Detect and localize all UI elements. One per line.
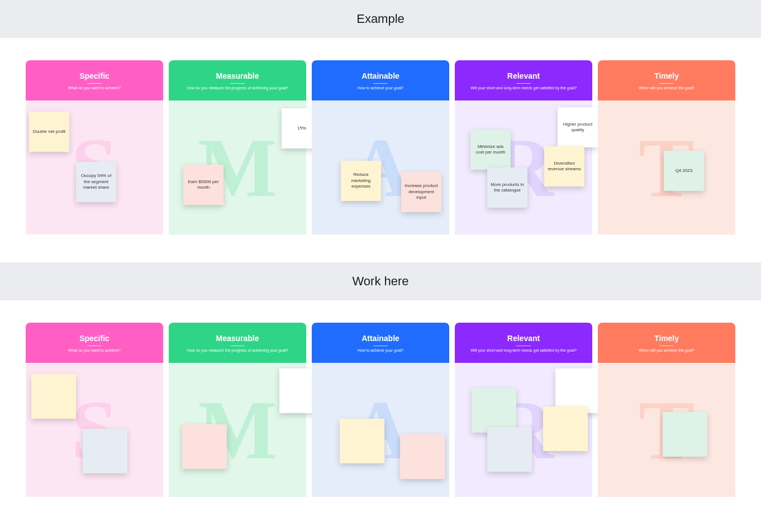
divider [87,346,102,346]
column-attainable: Attainable How to achieve your goal? A R… [312,60,449,234]
divider [373,346,388,346]
sticky-note-empty[interactable] [400,434,445,479]
column-header-relevant: Relevant Will your short and long-term n… [455,323,592,363]
sticky-note[interactable]: Reduce marketing expenses [341,161,381,201]
divider [659,346,674,346]
column-timely: Timely When will you achieve the goal? T… [598,60,735,234]
divider [87,83,102,84]
sticky-note[interactable]: Double net profit [29,112,69,152]
column-subtitle: How to achieve your goal? [358,86,404,90]
column-title: Relevant [507,334,540,343]
column-specific: Specific What do you want to achieve? S … [26,60,163,234]
column-subtitle: What do you want to achieve? [68,86,121,90]
column-timely-work: Timely When will you achieve the goal? T [598,323,735,497]
divider [659,83,674,84]
column-body-measurable-work[interactable]: M [169,363,306,497]
column-subtitle: What do you want to achieve? [68,348,121,352]
board-work: Specific What do you want to achieve? S … [0,300,761,525]
divider [516,83,531,84]
column-relevant: Relevant Will your short and long-term n… [455,60,592,234]
column-subtitle: How to achieve your goal? [358,348,404,352]
column-title: Measurable [216,71,259,80]
column-header-specific: Specific What do you want to achieve? [26,323,163,363]
column-body-measurable[interactable]: M Earn $5000 per month 15% [169,100,306,234]
column-header-measurable: Measurable How do you measure the progre… [169,60,306,100]
column-body-specific-work[interactable]: S [26,363,163,497]
sticky-note-empty[interactable] [31,374,76,419]
column-title: Specific [79,71,110,80]
sticky-note-empty[interactable] [543,406,588,451]
column-header-relevant: Relevant Will your short and long-term n… [455,60,592,100]
column-body-relevant[interactable]: R Minimize ads cost per month More produ… [455,100,592,234]
column-measurable-work: Measurable How do you measure the progre… [169,323,306,497]
column-title: Attainable [362,71,399,80]
section-title-example: Example [356,12,405,26]
sticky-note[interactable]: More products in the catalogue [487,167,527,208]
column-title: Timely [654,71,679,80]
sticky-note[interactable]: Minimize ads cost per month [470,130,511,170]
section-title-work: Work here [352,274,408,289]
column-relevant-work: Relevant Will your short and long-term n… [455,323,592,497]
column-header-specific: Specific What do you want to achieve? [26,60,163,100]
column-body-timely-work[interactable]: T [598,363,735,497]
sticky-note[interactable]: Diversified revenue streams [544,146,584,186]
column-title: Attainable [362,334,399,343]
column-header-attainable: Attainable How to achieve your goal? [312,323,449,363]
sticky-note-empty[interactable] [182,424,227,469]
board-example: Specific What do you want to achieve? S … [0,38,761,262]
column-subtitle: Will your short and long-term needs get … [470,86,577,90]
column-subtitle: How do you measure the progress of achie… [187,348,288,352]
column-header-timely: Timely When will you achieve the goal? [598,60,735,100]
column-title: Measurable [216,334,259,343]
divider [516,346,531,346]
divider [230,83,245,84]
sticky-note-empty[interactable] [340,419,384,463]
column-header-attainable: Attainable How to achieve your goal? [312,60,449,100]
sticky-note-empty[interactable] [487,427,532,472]
column-header-timely: Timely When will you achieve the goal? [598,323,735,363]
sticky-note[interactable]: Occupy 54% of the segment market share [76,162,116,202]
sticky-note-empty[interactable] [663,412,707,457]
column-title: Relevant [507,71,540,80]
column-attainable-work: Attainable How to achieve your goal? A [312,323,449,497]
column-subtitle: When will you achieve the goal? [639,86,695,90]
column-title: Timely [654,334,679,343]
divider [230,346,245,346]
sticky-note-empty[interactable] [83,429,127,473]
column-body-timely[interactable]: T Q4 2023 [598,100,735,234]
column-body-attainable[interactable]: A Reduce marketing expenses Increase pro… [312,100,449,234]
column-measurable: Measurable How do you measure the progre… [169,60,306,234]
section-header-work: Work here [0,262,761,300]
column-subtitle: When will you achieve the goal? [639,348,695,352]
section-header-example: Example [0,0,761,38]
column-body-relevant-work[interactable]: R [455,363,592,497]
column-specific-work: Specific What do you want to achieve? S [26,323,163,497]
sticky-note-empty[interactable] [472,388,516,433]
sticky-note[interactable]: Increase product development input [401,172,441,212]
column-subtitle: How do you measure the progress of achie… [187,86,288,90]
column-body-attainable-work[interactable]: A [312,363,449,497]
divider [373,83,388,84]
sticky-note[interactable]: Earn $5000 per month [183,165,223,205]
sticky-note[interactable]: Higher product quality [558,107,598,147]
column-subtitle: Will your short and long-term needs get … [470,348,577,352]
column-header-measurable: Measurable How do you measure the progre… [169,323,306,363]
sticky-note[interactable]: Q4 2023 [664,151,704,191]
column-body-specific[interactable]: S Double net profit Occupy 54% of the se… [26,100,163,234]
column-title: Specific [79,334,110,343]
